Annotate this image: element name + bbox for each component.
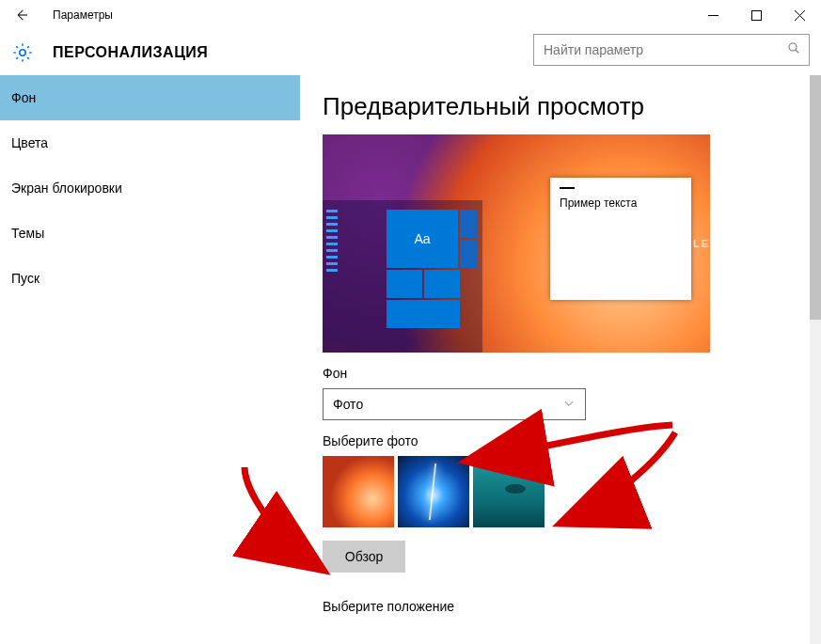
aa-label: Aa — [414, 231, 430, 246]
browse-label: Обзор — [345, 549, 383, 564]
content-pane: Предварительный просмотр EDIBLE Aa — [300, 75, 821, 644]
window-controls — [691, 0, 821, 30]
sample-text: Пример текста — [560, 196, 682, 210]
gear-icon — [9, 39, 36, 66]
titlebar: Параметры — [0, 0, 821, 30]
photo-thumbnail-1[interactable] — [323, 456, 394, 527]
settings-window: Параметры ПЕРСОНАЛИЗАЦИЯ Фон — [0, 0, 821, 644]
dropdown-value: Фото — [333, 397, 363, 412]
sidebar-item-label: Экран блокировки — [11, 181, 122, 196]
sidebar: Фон Цвета Экран блокировки Темы Пуск — [0, 75, 300, 644]
background-type-dropdown[interactable]: Фото — [323, 388, 586, 420]
preview-image: EDIBLE Aa Пример текста — [323, 134, 710, 353]
search-input[interactable] — [534, 35, 809, 65]
photo-thumbnails — [323, 456, 821, 527]
svg-rect-1 — [751, 10, 761, 20]
svg-point-5 — [789, 43, 797, 51]
sidebar-item-background[interactable]: Фон — [0, 75, 300, 120]
maximize-icon — [751, 10, 762, 21]
sidebar-item-label: Пуск — [11, 271, 39, 286]
sidebar-item-themes[interactable]: Темы — [0, 211, 300, 256]
close-button[interactable] — [778, 0, 821, 30]
svg-point-4 — [20, 50, 25, 55]
minimize-icon — [708, 10, 718, 21]
body: Фон Цвета Экран блокировки Темы Пуск Пре… — [0, 75, 821, 644]
sidebar-item-start[interactable]: Пуск — [0, 256, 300, 301]
search-icon — [786, 40, 801, 59]
chevron-down-icon — [562, 397, 576, 413]
window-title: Параметры — [53, 8, 113, 22]
photo-thumbnail-3[interactable] — [473, 456, 545, 527]
arrow-left-icon — [13, 7, 30, 24]
svg-line-6 — [796, 50, 798, 53]
preview-sample-window: Пример текста — [550, 178, 691, 300]
sidebar-item-colors[interactable]: Цвета — [0, 120, 300, 165]
preview-start-list — [326, 210, 338, 275]
sidebar-item-label: Фон — [11, 90, 36, 105]
photo-thumbnail-2[interactable] — [398, 456, 469, 527]
back-button[interactable] — [0, 0, 43, 30]
scroll-thumb[interactable] — [810, 75, 821, 320]
sidebar-item-lockscreen[interactable]: Экран блокировки — [0, 165, 300, 211]
scrollbar[interactable] — [810, 75, 821, 644]
choose-photo-label: Выберите фото — [323, 433, 821, 448]
sidebar-item-label: Темы — [11, 226, 44, 241]
search-box[interactable] — [533, 34, 810, 66]
sidebar-item-label: Цвета — [11, 135, 48, 150]
close-icon — [795, 10, 805, 21]
choose-fit-label: Выберите положение — [323, 599, 821, 614]
browse-button[interactable]: Обзор — [323, 541, 405, 573]
maximize-button[interactable] — [734, 0, 778, 30]
header: ПЕРСОНАЛИЗАЦИЯ — [0, 30, 821, 75]
preview-tile-large: Aa — [387, 210, 458, 268]
preview-start-menu: Aa — [323, 200, 482, 353]
page-title: ПЕРСОНАЛИЗАЦИЯ — [53, 44, 208, 61]
minimize-button[interactable] — [691, 0, 734, 30]
preview-heading: Предварительный просмотр — [323, 92, 821, 121]
background-label: Фон — [323, 366, 821, 381]
